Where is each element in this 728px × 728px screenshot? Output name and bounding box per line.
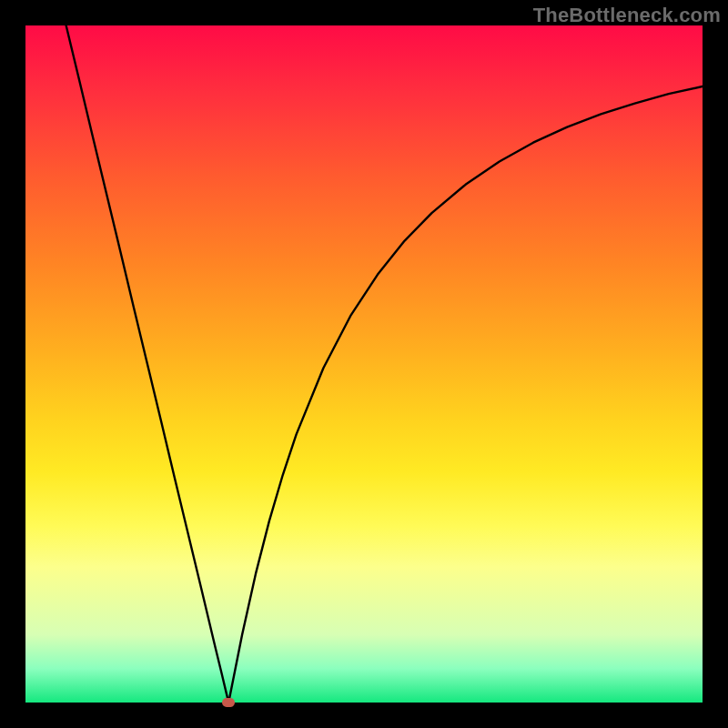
- optimum-marker: [222, 698, 235, 707]
- watermark: TheBottleneck.com: [533, 4, 721, 27]
- plot-area: [25, 25, 703, 703]
- chart-frame: TheBottleneck.com: [0, 0, 728, 728]
- bottleneck-curve: [25, 25, 703, 703]
